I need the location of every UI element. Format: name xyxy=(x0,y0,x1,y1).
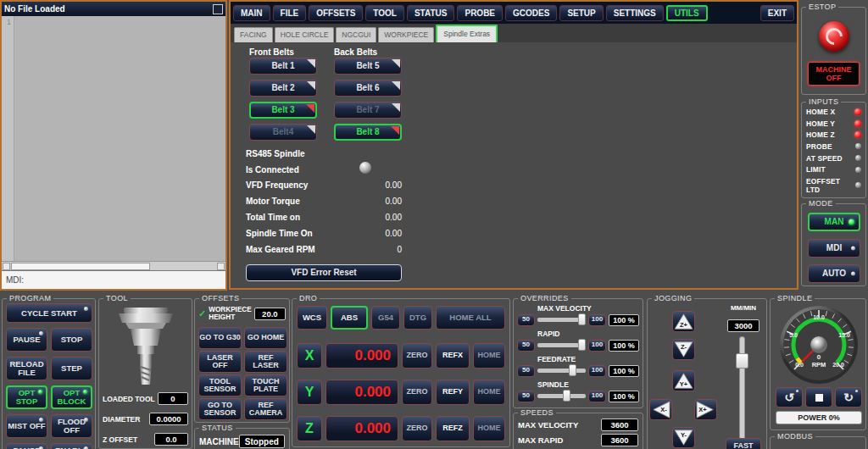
z-comp-button[interactable]: ENABLE Z COMP xyxy=(51,443,92,449)
flood-button[interactable]: FLOOD OFF xyxy=(51,414,92,438)
menu-utils[interactable]: UTILS xyxy=(666,5,708,21)
abs-button[interactable]: ABS xyxy=(331,306,368,330)
jog-z-minus-button[interactable]: Z- xyxy=(672,339,695,360)
home-y-button[interactable]: HOME xyxy=(473,380,505,405)
editor-horizontal-scrollbar[interactable] xyxy=(2,261,225,270)
spindle-reverse-button[interactable]: ↺ xyxy=(776,387,803,407)
z-axis-button[interactable]: Z xyxy=(297,416,322,441)
belt-5-button[interactable]: Belt 5 xyxy=(334,58,402,75)
override-100-button[interactable]: 100 xyxy=(588,314,606,326)
override-50-button[interactable]: 50 xyxy=(517,365,535,377)
spindle-slider[interactable] xyxy=(537,394,586,398)
tab-workpiece[interactable]: WORKPIECE xyxy=(378,27,434,42)
x-axis-button[interactable]: X xyxy=(297,343,322,369)
step-button[interactable]: STEP xyxy=(51,357,92,380)
belt-1-button[interactable]: Belt 1 xyxy=(249,58,317,75)
home-all-button[interactable]: HOME ALL xyxy=(436,306,505,330)
slider-handle[interactable] xyxy=(578,339,586,351)
belt-4-button[interactable]: Belt4 xyxy=(249,124,317,141)
jog-rate-slider[interactable] xyxy=(736,336,748,440)
y-axis-button[interactable]: Y xyxy=(297,380,322,405)
mode-mdi-button[interactable]: MDI xyxy=(808,239,860,258)
zero-y-button[interactable]: ZERO xyxy=(402,380,432,405)
jog-z-plus-button[interactable]: Z+ xyxy=(672,311,695,332)
jog-y-minus-button[interactable]: Y- xyxy=(672,427,695,448)
jog-y-plus-button[interactable]: Y+ xyxy=(672,370,695,391)
gcode-editor-body[interactable] xyxy=(14,16,225,261)
tool-sensor-button[interactable]: TOOL SENSOR xyxy=(198,374,242,396)
mode-auto-button[interactable]: AUTO xyxy=(808,264,860,283)
go-to-g30-button[interactable]: GO TO G30 xyxy=(198,327,242,349)
ref-y-button[interactable]: REFY xyxy=(436,380,470,405)
pause-button[interactable]: PAUSE xyxy=(6,328,47,352)
gcode-editor[interactable]: 1 xyxy=(2,16,225,261)
override-50-button[interactable]: 50 xyxy=(517,391,535,402)
override-100-button[interactable]: 100 xyxy=(588,391,606,402)
machine-off-button[interactable]: MACHINE OFF xyxy=(808,62,860,86)
tab-spindle-extras[interactable]: Spindle Extras xyxy=(436,25,498,42)
go-to-sensor-button[interactable]: GO TO SENSOR xyxy=(198,398,242,420)
mode-man-button[interactable]: MAN xyxy=(808,213,860,231)
belt-8-button[interactable]: Belt 8 xyxy=(334,124,402,141)
exit-button[interactable]: EXIT xyxy=(760,5,794,21)
menu-status[interactable]: STATUS xyxy=(407,5,455,21)
zero-x-button[interactable]: ZERO xyxy=(402,343,432,369)
tab-facing[interactable]: FACING xyxy=(234,27,273,42)
menu-file[interactable]: FILE xyxy=(273,5,307,21)
opt-block-button[interactable]: OPT BLOCK xyxy=(51,385,92,409)
pause-spindle-button[interactable]: PAUSE SPINDLE xyxy=(6,443,47,449)
feedrate-slider[interactable] xyxy=(537,369,586,373)
slider-handle[interactable] xyxy=(563,390,570,402)
slider-track[interactable] xyxy=(739,336,745,440)
home-x-button[interactable]: HOME xyxy=(473,343,505,369)
belt-6-button[interactable]: Belt 6 xyxy=(334,80,402,97)
scroll-left-button[interactable] xyxy=(3,263,10,270)
scroll-right-button[interactable] xyxy=(217,263,225,270)
rapid-slider[interactable] xyxy=(537,343,586,347)
override-100-button[interactable]: 100 xyxy=(588,340,606,352)
mist-button[interactable]: MIST OFF xyxy=(6,414,47,438)
menu-probe[interactable]: PROBE xyxy=(457,5,503,21)
ref-laser-button[interactable]: REF LASER xyxy=(244,351,287,373)
spindle-stop-button[interactable] xyxy=(805,387,832,407)
home-z-button[interactable]: HOME xyxy=(473,416,505,441)
ref-camera-button[interactable]: REF CAMERA xyxy=(244,398,287,420)
tab-hole-circle[interactable]: HOLE CIRCLE xyxy=(275,27,335,42)
override-50-button[interactable]: 50 xyxy=(517,314,535,326)
belt-2-button[interactable]: Belt 2 xyxy=(249,80,317,97)
scrollbar-handle[interactable] xyxy=(11,263,150,270)
override-100-button[interactable]: 100 xyxy=(588,365,606,377)
menu-gcodes[interactable]: GCODES xyxy=(505,5,557,21)
menu-setup[interactable]: SETUP xyxy=(559,5,603,21)
vfd-error-reset-button[interactable]: VFD Error Reset xyxy=(246,264,402,281)
laser-button[interactable]: LASER OFF xyxy=(198,351,242,373)
max-velocity-slider[interactable] xyxy=(537,318,586,322)
touch-plate-button[interactable]: TOUCH PLATE xyxy=(244,374,287,396)
jog-x-plus-button[interactable]: X+ xyxy=(694,399,717,420)
menu-offsets[interactable]: OFFSETS xyxy=(309,5,363,21)
spindle-forward-button[interactable]: ↻ xyxy=(835,387,862,407)
stop-button[interactable]: STOP xyxy=(51,328,92,352)
go-home-button[interactable]: GO HOME xyxy=(244,327,287,349)
menu-settings[interactable]: SETTINGS xyxy=(606,5,664,21)
estop-button[interactable] xyxy=(819,21,849,52)
menu-main[interactable]: MAIN xyxy=(233,5,270,21)
jog-fast-button[interactable]: FAST xyxy=(726,438,761,449)
belt-3-button[interactable]: Belt 3 xyxy=(249,102,317,119)
opt-stop-button[interactable]: OPT STOP xyxy=(6,385,47,409)
ref-x-button[interactable]: REFX xyxy=(436,343,470,369)
tab-ngcgui[interactable]: NGCGUI xyxy=(336,27,376,42)
menu-tool[interactable]: TOOL xyxy=(365,5,404,21)
wcs-button[interactable]: WCS xyxy=(297,306,327,330)
slider-handle[interactable] xyxy=(569,364,576,376)
belt-7-button[interactable]: Belt 7 xyxy=(334,102,402,119)
dtg-button[interactable]: DTG xyxy=(403,306,432,330)
ref-z-button[interactable]: REFZ xyxy=(436,416,470,441)
jog-x-minus-button[interactable]: X- xyxy=(649,399,672,420)
zero-z-button[interactable]: ZERO xyxy=(402,416,432,441)
g54-button[interactable]: G54 xyxy=(371,306,400,330)
reload-file-button[interactable]: RELOAD FILE xyxy=(6,357,47,380)
override-50-button[interactable]: 50 xyxy=(517,340,535,352)
cycle-start-button[interactable]: CYCLE START xyxy=(6,303,92,323)
slider-handle[interactable] xyxy=(736,353,748,369)
